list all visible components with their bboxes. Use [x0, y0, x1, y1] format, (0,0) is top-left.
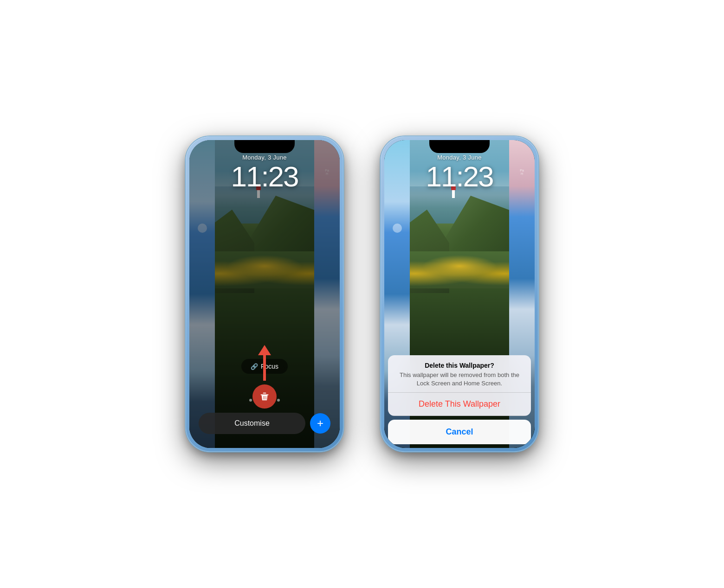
- customise-button[interactable]: Customise: [199, 413, 305, 434]
- right-lockscreen: PaH Monday, 3 June 11:23 🔗 Focus Delete …: [384, 140, 535, 448]
- focus-link-icon: 🔗: [251, 363, 258, 370]
- right-phone: PaH Monday, 3 June 11:23 🔗 Focus Delete …: [381, 136, 538, 452]
- left-phone: PaH Monday, 3 June 11:23 🔗 Focus: [186, 136, 343, 452]
- cancel-button[interactable]: Cancel: [388, 420, 531, 444]
- add-button[interactable]: +: [310, 413, 330, 434]
- right-status-bar: Monday, 3 June 11:23: [384, 154, 535, 192]
- right-notch: [429, 140, 490, 153]
- dialog-title: Delete this Wallpaper?: [397, 362, 522, 369]
- dot-1: [249, 399, 252, 402]
- right-time-label: 11:23: [384, 161, 535, 192]
- notch: [234, 140, 295, 153]
- delete-action-sheet: Delete this Wallpaper? This wallpaper wi…: [384, 355, 535, 448]
- arrow-indicator: [258, 345, 271, 381]
- trash-icon: [259, 391, 270, 402]
- arrow-head: [258, 345, 271, 355]
- action-sheet-card: Delete this Wallpaper? This wallpaper wi…: [388, 355, 531, 416]
- status-bar: Monday, 3 June 11:23: [189, 154, 340, 192]
- dialog-subtitle: This wallpaper will be removed from both…: [397, 371, 522, 388]
- action-sheet-header: Delete this Wallpaper? This wallpaper wi…: [388, 355, 531, 393]
- date-label: Monday, 3 June: [189, 154, 340, 161]
- right-date-label: Monday, 3 June: [384, 154, 535, 161]
- dot-6: [277, 399, 280, 402]
- left-lockscreen: PaH Monday, 3 June 11:23 🔗 Focus: [189, 140, 340, 448]
- bottom-actions-bar: Customise +: [199, 413, 330, 434]
- arrow-shaft: [263, 355, 266, 381]
- delete-wallpaper-button[interactable]: Delete This Wallpaper: [388, 393, 531, 416]
- trash-button[interactable]: [252, 384, 277, 409]
- time-label: 11:23: [189, 161, 340, 192]
